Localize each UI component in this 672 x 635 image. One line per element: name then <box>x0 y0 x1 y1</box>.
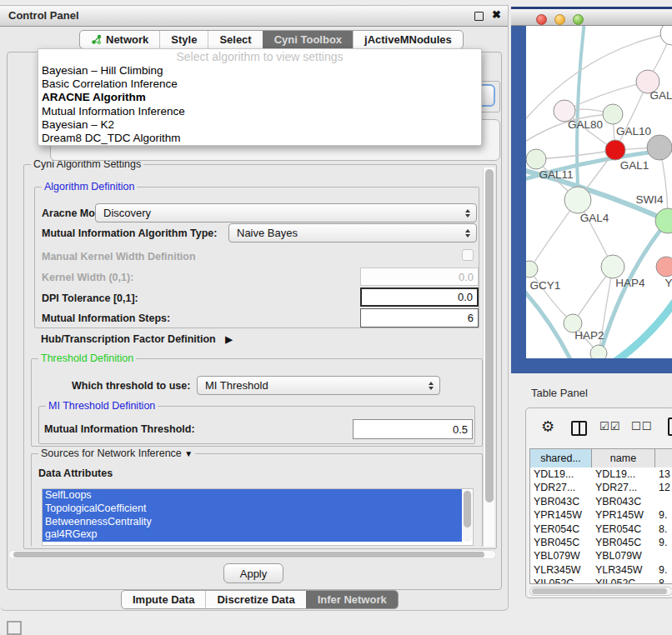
algorithm-definition-title: Algorithm Definition <box>42 181 137 192</box>
dropdown-option[interactable]: Basic Correlation Inference <box>38 78 481 91</box>
network-node-gal10[interactable] <box>603 104 623 124</box>
dropdown-option[interactable]: Bayesian – K2 <box>38 118 481 132</box>
tab-label: Style <box>171 33 197 46</box>
cyni-algorithm-settings-group: Cyni Algorithm Settings Algorithm Defini… <box>23 164 497 549</box>
control-panel-tab[interactable]: Select <box>208 31 262 48</box>
mi-threshold-definition-group: MI Threshold Definition Mutual Informati… <box>38 406 475 444</box>
table-row[interactable]: YIL052C YIL052C 8. <box>530 577 672 584</box>
network-node-y[interactable] <box>656 257 672 277</box>
attribute-item[interactable]: gal4RGexp <box>43 528 462 542</box>
zoom-window-icon[interactable] <box>573 14 584 25</box>
scrollbar-thumb[interactable] <box>464 491 471 528</box>
kernel-width-field[interactable]: 0.0 <box>360 268 479 286</box>
new-table-icon[interactable] <box>668 418 672 436</box>
network-node-gcy1[interactable] <box>526 261 538 278</box>
mi-threshold-value: 0.5 <box>453 423 468 436</box>
table-row[interactable]: YBR043C YBR043C <box>530 495 672 508</box>
control-panel-tab[interactable]: jActiveMNodules <box>353 31 463 48</box>
table-row[interactable]: YDL19... YDL19... 13 <box>530 468 672 481</box>
table-row[interactable]: YBR045C YBR045C 9. <box>530 536 672 549</box>
network-canvas[interactable]: GALGAL80GAL10GAL1GAL11GAL4SWI4GCY1HAP4YH… <box>526 26 672 358</box>
hide-columns-icon[interactable]: ☐☐ <box>631 420 652 432</box>
mi-steps-label: Mutual Information Steps: <box>42 312 170 324</box>
bottom-tabbar: Impute Data Discretize Data Infer Networ… <box>121 590 399 609</box>
which-threshold-value: MI Threshold <box>198 379 425 392</box>
show-columns-icon[interactable]: ☑☑ <box>599 420 620 432</box>
scrollbar-thumb[interactable] <box>13 552 484 558</box>
bottom-tab[interactable]: Discretize Data <box>205 591 305 608</box>
network-graph[interactable]: GALGAL80GAL10GAL1GAL11GAL4SWI4GCY1HAP4YH… <box>526 26 672 358</box>
dropdown-option[interactable]: Bayesian – Hill Climbing <box>38 64 481 78</box>
network-node-hap4[interactable] <box>601 255 624 278</box>
collapsed-panel-icon[interactable] <box>7 621 22 635</box>
settings-horizontal-scrollbar[interactable] <box>8 550 496 559</box>
attribute-item[interactable]: SelfLoops <box>43 489 462 502</box>
dropdown-option[interactable]: Mutual Information Inference <box>38 105 481 118</box>
columns-icon[interactable] <box>571 421 587 436</box>
network-edge[interactable] <box>529 269 573 323</box>
mi-algorithm-type-value: Naive Bayes <box>229 227 462 239</box>
attribute-list-scrollbar[interactable] <box>463 490 472 542</box>
float-panel-icon[interactable] <box>474 12 484 21</box>
scrollbar-thumb[interactable] <box>532 588 667 594</box>
dropdown-option[interactable]: Dream8 DC_TDC Algorithm <box>38 132 481 145</box>
manual-kernel-width-checkbox[interactable] <box>462 249 474 261</box>
tab-label: Network <box>106 33 148 46</box>
gear-icon[interactable]: ⚙ <box>541 418 554 435</box>
table-row[interactable]: YER054C YER054C 8. <box>530 522 672 536</box>
mi-steps-field[interactable]: 6 <box>360 308 479 328</box>
tab-label: Infer Network <box>318 593 387 606</box>
control-panel-tab[interactable]: Network <box>80 31 159 48</box>
settings-vertical-scrollbar[interactable] <box>483 168 494 547</box>
network-node-gal11[interactable] <box>526 149 546 169</box>
which-threshold-combobox[interactable]: MI Threshold <box>197 376 440 395</box>
data-attributes-list[interactable]: SelfLoops TopologicalCoefficient Between… <box>42 488 474 546</box>
table-body: YDL19... YDL19... 13 YDR27... YDR27... 1… <box>530 468 672 584</box>
control-panel-tab[interactable]: Style <box>159 31 208 48</box>
column-header-partial[interactable] <box>655 449 672 468</box>
tab-label: Cyni Toolbox <box>274 33 342 46</box>
control-panel-tab[interactable]: Cyni Toolbox <box>263 31 353 48</box>
table-row[interactable]: YDR27... YDR27... 12 <box>530 481 672 494</box>
cell-shared-name: YER054C <box>530 522 592 536</box>
mi-threshold-field[interactable]: 0.5 <box>353 419 473 439</box>
bottom-tab[interactable]: Impute Data <box>122 591 205 608</box>
node-table: shared... name YDL19... YDL19... 13 YDR2… <box>529 448 672 584</box>
network-node[interactable] <box>660 26 672 45</box>
combo-arrows-icon <box>425 382 436 390</box>
table-horizontal-scrollbar[interactable] <box>529 587 672 596</box>
bottom-tab[interactable]: Infer Network <box>306 591 398 608</box>
apply-button[interactable]: Apply <box>223 563 283 583</box>
close-panel-icon[interactable]: ✖ <box>492 8 501 21</box>
control-panel-window: Control Panel ✖ Network <box>0 5 509 611</box>
tab-label: Discretize Data <box>217 593 294 606</box>
table-row[interactable]: YBL079W YBL079W <box>530 549 672 562</box>
network-node-label: HAP2 <box>574 329 604 342</box>
dpi-tolerance-field[interactable]: 0.0 <box>360 288 479 307</box>
attribute-item[interactable]: TopologicalCoefficient <box>43 502 462 516</box>
collapse-arrow-icon[interactable]: ▼ <box>184 449 193 458</box>
network-node[interactable] <box>590 345 607 358</box>
combo-arrows-icon <box>462 209 473 218</box>
kernel-width-value: 0.0 <box>459 271 474 283</box>
aracne-mode-combobox[interactable]: Discovery <box>95 203 477 222</box>
cell-value: 13 <box>655 468 672 481</box>
network-node-gal1[interactable] <box>605 140 625 160</box>
network-node-gal4[interactable] <box>564 187 591 213</box>
network-node-swi4[interactable] <box>655 208 672 233</box>
hub-definition-expander[interactable]: Hub/Transcription Factor Definition ▶ <box>41 333 233 345</box>
table-row[interactable]: YPR145W YPR145W 9. <box>530 508 672 522</box>
table-row[interactable]: YLR345W YLR345W 9. <box>530 563 672 577</box>
column-header-name[interactable]: name <box>592 449 655 468</box>
scrollbar-thumb[interactable] <box>485 169 494 502</box>
sources-group-title: Sources for Network Inference ▼ <box>38 448 195 459</box>
cell-shared-name: YBR043C <box>530 495 592 508</box>
column-header-shared-name[interactable]: shared... <box>530 449 592 468</box>
dropdown-option[interactable]: ARACNE Algorithm <box>38 91 481 104</box>
mi-algorithm-type-combobox[interactable]: Naive Bayes <box>228 223 477 242</box>
expand-arrow-icon[interactable]: ▶ <box>225 334 232 344</box>
network-node[interactable] <box>647 135 672 160</box>
close-window-icon[interactable] <box>536 14 547 25</box>
minimize-window-icon[interactable] <box>554 14 565 25</box>
attribute-item[interactable]: BetweennessCentrality <box>43 516 462 529</box>
